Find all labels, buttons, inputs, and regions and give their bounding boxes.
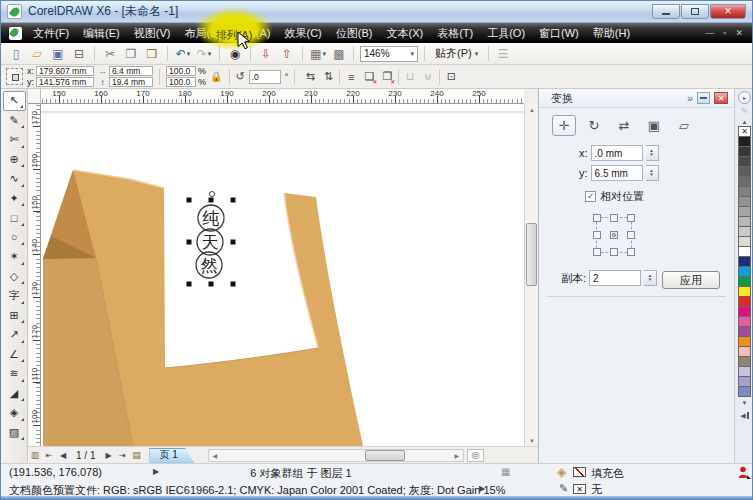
- menu-item-bitmaps[interactable]: 位图(B): [329, 23, 380, 43]
- welcome-screen-button[interactable]: ▩: [329, 45, 349, 63]
- options-button[interactable]: ☰: [493, 45, 513, 63]
- undo-button[interactable]: ↶▾: [173, 45, 193, 63]
- copies-spinner[interactable]: ▲▼: [644, 270, 657, 286]
- page-flag-icon[interactable]: ▥: [28, 450, 42, 460]
- menu-item-window[interactable]: 窗口(W): [532, 23, 586, 43]
- mirror-vertical-button[interactable]: ⇅: [319, 68, 337, 86]
- freehand-tool[interactable]: ∿: [3, 169, 26, 189]
- rectangle-tool[interactable]: □: [3, 208, 26, 228]
- zoom-tool[interactable]: ⊕: [3, 150, 26, 170]
- polygon-tool[interactable]: ✶: [3, 247, 26, 267]
- table-tool[interactable]: ⊞: [3, 306, 26, 326]
- expander-icon[interactable]: ▶: [153, 467, 159, 476]
- h-scroll-thumb[interactable]: [365, 450, 405, 461]
- close-button[interactable]: ✕: [710, 4, 746, 19]
- fill-tool[interactable]: ◈: [3, 403, 26, 423]
- transform-y-spinner[interactable]: ▲▼: [646, 165, 659, 181]
- quick-customize-button[interactable]: ⊡: [442, 68, 460, 86]
- mirror-horizontal-button[interactable]: ⇆: [301, 68, 319, 86]
- scroll-down-icon[interactable]: ▼: [525, 435, 539, 446]
- import-button[interactable]: ⇩: [256, 45, 276, 63]
- v-ruler[interactable]: 170160150140130120110100: [29, 104, 41, 446]
- rotation-button[interactable]: ↻: [582, 115, 606, 136]
- menu-item-effects[interactable]: 效果(C): [278, 23, 329, 43]
- combine-button[interactable]: ⊔: [401, 68, 419, 86]
- palette-expand-button[interactable]: ◀: [740, 412, 748, 419]
- scroll-up-icon[interactable]: ▲: [525, 104, 539, 115]
- last-page-button[interactable]: ⇥: [115, 451, 129, 460]
- first-page-button[interactable]: ⇤: [42, 451, 56, 460]
- docker-collapse-button[interactable]: [697, 92, 710, 104]
- doc-restore-button[interactable]: ▫: [723, 28, 726, 38]
- fill-color-swatch[interactable]: [573, 467, 586, 477]
- smart-fill-tool[interactable]: ✦: [3, 189, 26, 209]
- align-distribute-button[interactable]: ≡: [342, 68, 360, 86]
- scroll-left-icon[interactable]: ◀: [209, 450, 221, 461]
- palette-scroll-down[interactable]: ▼: [742, 400, 748, 406]
- docker-close-button[interactable]: ✕: [714, 92, 728, 104]
- relative-position-checkbox[interactable]: ✓: [585, 191, 596, 202]
- ruler-origin-corner[interactable]: [28, 89, 41, 104]
- menu-item-layout[interactable]: 布局(L): [177, 23, 226, 43]
- palette-swatch[interactable]: [738, 386, 751, 397]
- connector-tool[interactable]: ∠: [3, 345, 26, 365]
- anchor-center[interactable]: [610, 231, 618, 239]
- menu-item-arrange[interactable]: 排列(A): [227, 23, 278, 43]
- shape-tool[interactable]: ✎: [3, 111, 26, 131]
- stamp-text-object[interactable]: 纯 天 然: [196, 205, 224, 278]
- cut-button[interactable]: ✂: [100, 45, 120, 63]
- add-page-button[interactable]: ▤: [129, 450, 143, 460]
- search-content-button[interactable]: ◉: [225, 45, 245, 63]
- copy-button[interactable]: ❐: [121, 45, 141, 63]
- basic-shapes-tool[interactable]: ◇: [3, 267, 26, 287]
- outline-color-swatch[interactable]: ✕: [573, 484, 586, 494]
- menu-item-table[interactable]: 表格(T): [430, 23, 480, 43]
- export-button[interactable]: ⇧: [277, 45, 297, 63]
- redo-button[interactable]: ↷▾: [194, 45, 214, 63]
- size-button[interactable]: ▣: [642, 115, 666, 136]
- color-eyedropper-tool[interactable]: ◢: [3, 384, 26, 404]
- h-ruler[interactable]: 150160170180190200210220230240250: [41, 89, 524, 104]
- zoom-level-select[interactable]: 146% ▾: [360, 46, 418, 62]
- snap-to-dropdown[interactable]: 贴齐(P) ▾: [429, 46, 484, 61]
- menu-item-view[interactable]: 视图(V): [127, 23, 178, 43]
- object-width-input[interactable]: 6.4 mm: [109, 66, 153, 76]
- h-scrollbar[interactable]: ◀ ▶: [208, 449, 464, 462]
- menu-item-text[interactable]: 文本(X): [379, 23, 430, 43]
- position-button[interactable]: ✛: [552, 115, 576, 136]
- weld-button[interactable]: ⊍: [419, 68, 437, 86]
- application-launcher-button[interactable]: ▦▾: [308, 45, 328, 63]
- palette-flyout-button[interactable]: ▸: [738, 91, 751, 104]
- interactive-fill-tool[interactable]: ▨: [3, 423, 26, 443]
- palette-scroll-up[interactable]: ▲: [742, 119, 748, 125]
- expander-icon[interactable]: ▶: [479, 484, 485, 493]
- whats-this-icon[interactable]: [737, 466, 751, 479]
- anchor-point-selector[interactable]: [593, 214, 635, 256]
- new-document-button[interactable]: ▯: [6, 45, 26, 63]
- v-scroll-thumb[interactable]: [526, 223, 537, 286]
- blend-tool[interactable]: ≋: [3, 364, 26, 384]
- object-height-input[interactable]: 19.4 mm: [109, 77, 153, 87]
- transform-y-input[interactable]: 6.5 mm: [591, 165, 643, 181]
- maximize-button[interactable]: [681, 4, 709, 19]
- docker-flyout-icon[interactable]: »: [687, 92, 693, 104]
- parallel-dimension-tool[interactable]: ↗: [3, 325, 26, 345]
- transform-x-spinner[interactable]: ▲▼: [646, 145, 659, 161]
- v-scrollbar[interactable]: ▲ ▼: [524, 104, 538, 446]
- object-x-input[interactable]: 179.607 mm: [36, 66, 94, 76]
- menu-item-tools[interactable]: 工具(O): [480, 23, 532, 43]
- apply-button[interactable]: 应用: [662, 271, 720, 289]
- open-button[interactable]: ▱: [27, 45, 47, 63]
- doc-close-button[interactable]: ✕: [735, 28, 743, 38]
- pick-tool[interactable]: ↖: [3, 91, 26, 111]
- navigator-button[interactable]: ◎: [467, 449, 484, 462]
- object-y-input[interactable]: 141.576 mm: [36, 77, 94, 87]
- ungroup-all-button[interactable]: ❐✕: [378, 68, 396, 86]
- drawing-canvas[interactable]: 纯 天 然: [41, 104, 524, 446]
- scale-mirror-button[interactable]: ⇄: [612, 115, 636, 136]
- page-tab[interactable]: 页 1: [149, 448, 193, 463]
- transform-x-input[interactable]: .0 mm: [591, 145, 643, 161]
- rotation-angle-input[interactable]: .0: [249, 70, 281, 84]
- scale-h-input[interactable]: 100.0: [166, 66, 196, 76]
- menu-item-edit[interactable]: 编辑(E): [76, 23, 127, 43]
